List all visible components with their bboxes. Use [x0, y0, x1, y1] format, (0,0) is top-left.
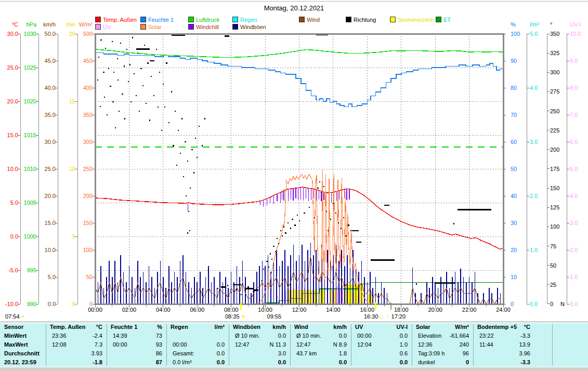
svg-text:5.0: 5.0: [570, 166, 578, 172]
svg-text:10: 10: [511, 274, 517, 280]
svg-text:-5.0: -5.0: [8, 267, 18, 273]
axis-UVI: 10.09.08.07.06.05.04.03.02.01.00.0UV-I: [567, 21, 581, 307]
svg-text:225: 225: [550, 127, 559, 134]
svg-text:25.0: 25.0: [7, 64, 18, 71]
table-value: -3.3: [473, 358, 530, 367]
table-row-label: Sensor: [4, 323, 23, 332]
sun-moon-event: 08:35 ☀: [225, 313, 246, 320]
table-value: 3.93: [46, 349, 102, 358]
svg-text:1010: 1010: [24, 166, 36, 172]
svg-text:100: 100: [511, 31, 520, 37]
svg-text:300: 300: [83, 139, 93, 145]
svg-text:9.0: 9.0: [570, 58, 578, 64]
axis-lm: 5.04.03.02.01.00.0l/m²: [527, 21, 540, 307]
svg-text:20: 20: [69, 31, 75, 37]
table-header-unit: °C: [46, 323, 102, 332]
svg-text:1.0: 1.0: [530, 247, 538, 253]
svg-text:1025: 1025: [24, 64, 36, 71]
table-value: -61.664: [412, 332, 469, 340]
svg-text:25.0: 25.0: [45, 166, 56, 172]
table-value: 87: [107, 358, 162, 367]
table-value: 93: [107, 340, 162, 349]
column-divider: [552, 324, 553, 366]
svg-text:990: 990: [27, 301, 36, 307]
svg-text:°: °: [550, 21, 552, 28]
table-value: 0.0: [351, 358, 408, 367]
svg-text:1000: 1000: [24, 233, 36, 240]
table-header-unit: °C: [473, 323, 530, 332]
svg-text:7.0: 7.0: [570, 112, 578, 118]
svg-text:5.0: 5.0: [530, 31, 538, 37]
table-row-label: MinWert: [4, 332, 27, 340]
svg-text:400: 400: [83, 85, 93, 91]
svg-text:5.0: 5.0: [10, 200, 18, 206]
svg-text:250: 250: [550, 108, 559, 114]
table-value: N 11.3: [229, 340, 286, 349]
svg-text:8.0: 8.0: [570, 85, 578, 91]
svg-text:N: N: [560, 301, 565, 307]
svg-text:500: 500: [83, 31, 93, 37]
svg-text:40: 40: [511, 193, 517, 199]
svg-text:6.0: 6.0: [570, 139, 578, 145]
svg-text:70: 70: [511, 112, 517, 118]
svg-text:hPa: hPa: [26, 21, 36, 28]
svg-text:0.0: 0.0: [48, 301, 56, 307]
svg-text:%: %: [511, 21, 516, 28]
sun-moon-event-icon: ↓: [263, 313, 266, 320]
sun-moon-event-icon: □: [380, 313, 384, 320]
sun-moon-event: ↓ 09:55: [263, 313, 281, 320]
svg-text:75: 75: [550, 243, 556, 249]
svg-text:l/m²: l/m²: [530, 21, 540, 28]
axis-kmh: 50.045.040.035.030.025.020.015.010.05.00…: [43, 21, 58, 307]
svg-text:45.0: 45.0: [45, 58, 56, 64]
svg-text:1030: 1030: [24, 31, 36, 37]
table-value: 0.0: [166, 358, 225, 367]
svg-text:km/h: km/h: [43, 21, 56, 28]
sun-moon-event: 07:54 ◓: [5, 313, 24, 320]
x-axis: 00:0002:0004:0006:0008:0010:0012:0014:00…: [88, 304, 511, 313]
svg-text:0.0: 0.0: [530, 301, 538, 307]
svg-text:20: 20: [511, 247, 517, 253]
table-value: -2.4: [46, 332, 102, 340]
table-value: 0.0: [166, 349, 225, 358]
svg-text:995: 995: [27, 267, 36, 273]
svg-text:150: 150: [83, 220, 93, 226]
axis-: 1009080706050403020100%: [503, 21, 520, 307]
svg-text:175: 175: [550, 166, 559, 172]
table-row-label: MaxWert: [4, 340, 28, 349]
sun-moon-event-time: 07:54: [5, 313, 20, 320]
axis-Wm: 500450400350300250200150100500W/m²: [79, 21, 95, 307]
svg-text:5: 5: [72, 233, 75, 240]
svg-text:4.0: 4.0: [530, 85, 538, 91]
svg-text:°C: °C: [12, 21, 18, 28]
axis-min: 20151050min: [66, 21, 77, 307]
table-value: -3.3: [473, 332, 530, 340]
svg-text:350: 350: [550, 31, 559, 37]
axis-hPa: 1030102510201015101010051000995990hPa: [24, 21, 38, 307]
svg-text:25: 25: [550, 282, 556, 288]
axis-: 3503253002752502252001751501251007550250…: [547, 21, 565, 307]
svg-text:0.0: 0.0: [10, 233, 18, 240]
sun-moon-event-time: 16:30: [364, 313, 378, 320]
sun-moon-event-time: 09:55: [267, 313, 282, 320]
sun-moon-event-icon: ☀: [241, 313, 246, 320]
sun-moon-event-time: 17:20: [391, 313, 406, 320]
svg-text:30: 30: [511, 220, 517, 226]
table-value: 96: [412, 349, 469, 358]
svg-text:450: 450: [83, 58, 93, 64]
svg-text:3.0: 3.0: [570, 220, 578, 226]
table-value: -1.8: [46, 358, 102, 367]
svg-text:15.0: 15.0: [7, 132, 18, 138]
svg-text:50: 50: [511, 166, 517, 172]
svg-text:1005: 1005: [24, 200, 36, 206]
svg-text:0: 0: [550, 301, 553, 307]
svg-text:0: 0: [72, 301, 75, 307]
svg-text:15: 15: [69, 98, 75, 104]
svg-text:325: 325: [550, 50, 559, 56]
table-value: 0.0: [351, 332, 408, 340]
svg-text:60: 60: [511, 139, 517, 145]
svg-text:100: 100: [83, 247, 93, 253]
series-richtung: [97, 37, 454, 295]
table-header-unit: l/m²: [166, 323, 225, 332]
svg-text:80: 80: [511, 85, 517, 91]
